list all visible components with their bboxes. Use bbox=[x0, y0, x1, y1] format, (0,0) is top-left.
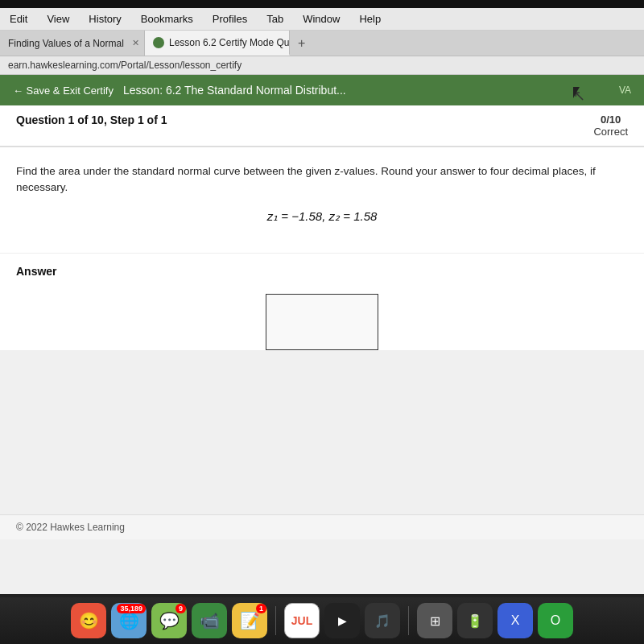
laptop-bezel-top bbox=[0, 0, 644, 8]
dock-appletv[interactable]: ▶ bbox=[324, 603, 360, 638]
tab-close-1[interactable]: ✕ bbox=[132, 38, 139, 48]
notes-badge: 1 bbox=[256, 604, 266, 613]
question-label: Question 1 of 10, Step 1 of 1 bbox=[16, 114, 167, 126]
answer-input-box[interactable] bbox=[266, 294, 378, 350]
menu-profiles[interactable]: Profiles bbox=[209, 11, 250, 27]
dock-messages[interactable]: 💬 9 bbox=[151, 603, 187, 638]
dock-facetime[interactable]: 📹 bbox=[192, 603, 227, 638]
address-bar[interactable]: earn.hawkeslearning.com/Portal/Lesson/le… bbox=[0, 56, 644, 75]
tab-label-1: Finding Values of a Normal bbox=[8, 38, 124, 49]
tab-label-2: Lesson 6.2 Certify Mode Quest bbox=[169, 37, 290, 48]
dock-finder[interactable]: 😊 bbox=[71, 603, 106, 638]
app-toolbar: ← Save & Exit Certify Lesson: 6.2 The St… bbox=[0, 75, 644, 105]
answer-label: Answer bbox=[16, 265, 628, 278]
question-header: Question 1 of 10, Step 1 of 1 0/10 Corre… bbox=[0, 105, 644, 147]
menu-edit[interactable]: Edit bbox=[6, 11, 31, 27]
dock-divider bbox=[275, 606, 276, 635]
answer-input-area bbox=[16, 294, 628, 350]
dock-app-extra[interactable]: X bbox=[497, 603, 533, 638]
dock-calendar[interactable]: JUL bbox=[284, 603, 320, 638]
score-area: 0/10 Correct bbox=[593, 114, 628, 138]
score-label: Correct bbox=[593, 126, 628, 138]
dock: 😊 🌐 35,189 💬 9 📹 📝 1 JUL ▶ 🎵 ⊞ 🔋 X O bbox=[0, 597, 644, 644]
dock-notes[interactable]: 📝 1 bbox=[232, 603, 267, 638]
menu-history[interactable]: History bbox=[85, 11, 124, 27]
browser-screen: Edit View History Bookmarks Profiles Tab… bbox=[0, 8, 644, 596]
menu-tab[interactable]: Tab bbox=[263, 11, 287, 27]
dock-battery[interactable]: 🔋 bbox=[457, 603, 493, 638]
tab-certify-mode[interactable]: Lesson 6.2 Certify Mode Quest ✕ bbox=[145, 31, 290, 56]
question-text: Find the area under the standard normal … bbox=[16, 163, 628, 196]
safari-badge: 35,189 bbox=[117, 604, 146, 613]
page-footer: © 2022 Hawkes Learning bbox=[0, 514, 644, 539]
messages-badge: 9 bbox=[175, 604, 186, 613]
dock-safari[interactable]: 🌐 35,189 bbox=[111, 603, 147, 638]
save-exit-button[interactable]: ← Save & Exit Certify bbox=[13, 85, 114, 97]
dock-music[interactable]: 🎵 bbox=[365, 603, 400, 638]
new-tab-button[interactable]: + bbox=[290, 31, 313, 56]
tab-bar: Finding Values of a Normal ✕ Lesson 6.2 … bbox=[0, 31, 644, 56]
question-body: Find the area under the standard normal … bbox=[0, 147, 644, 254]
tab-finding-values[interactable]: Finding Values of a Normal ✕ bbox=[0, 31, 145, 56]
va-badge: VA bbox=[619, 85, 631, 96]
menu-help[interactable]: Help bbox=[356, 11, 384, 27]
url-text: earn.hawkeslearning.com/Portal/Lesson/le… bbox=[8, 60, 242, 71]
menu-bar: Edit View History Bookmarks Profiles Tab… bbox=[0, 8, 644, 31]
menu-window[interactable]: Window bbox=[299, 11, 343, 27]
dock-app-extra2[interactable]: O bbox=[538, 603, 573, 638]
answer-section: Answer bbox=[0, 254, 644, 350]
copyright-text: © 2022 Hawkes Learning bbox=[16, 522, 125, 533]
tab-favicon-2 bbox=[153, 37, 164, 48]
math-formula: z₁ = −1.58, z₂ = 1.58 bbox=[16, 209, 628, 224]
save-exit-label: ← Save & Exit Certify bbox=[13, 85, 114, 97]
dock-wifi[interactable]: ⊞ bbox=[417, 603, 452, 638]
lesson-title: Lesson: 6.2 The Standard Normal Distribu… bbox=[123, 84, 609, 97]
score-value: 0/10 bbox=[593, 114, 628, 126]
menu-bookmarks[interactable]: Bookmarks bbox=[138, 11, 196, 27]
menu-view[interactable]: View bbox=[43, 11, 72, 27]
dock-divider-2 bbox=[408, 606, 409, 635]
